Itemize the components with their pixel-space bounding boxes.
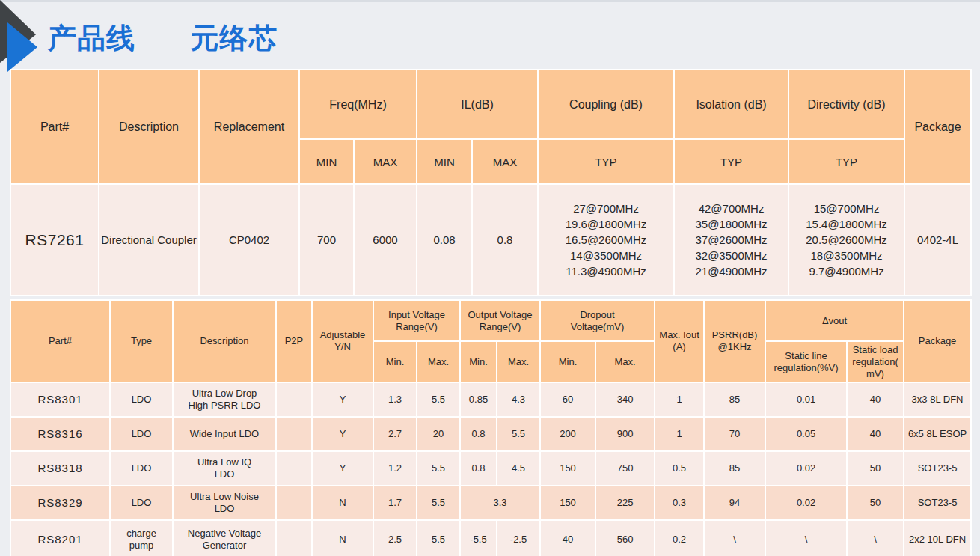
ldo-table-row: RS8318 LDO Ultra Low IQ LDO Y 1.2 5.5 0.… [10, 451, 971, 486]
cell-freq-min: 700 [299, 184, 354, 296]
coupler-table: Part# Description Replacement Freq(MHz) … [10, 69, 972, 296]
subheader-vout-min: Min. [460, 341, 497, 382]
cell-description: Ultra Low IQ LDO [173, 451, 276, 486]
cell-il-min: 0.08 [417, 184, 472, 296]
cell-vout-max: -2.5 [497, 520, 540, 556]
cell-adjustable: N [312, 486, 373, 520]
header-il: IL(dB) [417, 70, 538, 139]
header-package: Package [904, 70, 971, 184]
cell-p2p [276, 451, 312, 486]
cell-vin-min: 1.3 [373, 382, 417, 417]
header-output-voltage-range: Output Voltage Range(V) [460, 300, 540, 341]
cell-psrr: 94 [704, 486, 765, 520]
cell-vout-max: 4.5 [497, 451, 540, 486]
subheader-static-line-regulation: Static line regulation(%V) [765, 341, 847, 382]
cell-il-max: 0.8 [472, 184, 538, 296]
cell-p2p [276, 486, 312, 520]
cell-package: 0402-4L [904, 184, 971, 296]
cell-vin-max: 20 [417, 417, 460, 451]
cell-adjustable: Y [312, 451, 373, 486]
cell-p2p [276, 417, 312, 451]
header-dropout-voltage: Dropout Voltage(mV) [540, 300, 655, 341]
cell-freq-max: 6000 [354, 184, 417, 296]
subheader-freq-min: MIN [299, 139, 354, 184]
cell-max-iout: 1 [655, 417, 704, 451]
header-description: Description [173, 300, 276, 382]
cell-coupling-typ: 27@700MHz 19.6@1800MHz 16.5@2600MHz 14@3… [538, 184, 674, 296]
cell-vin-min: 1.7 [373, 486, 417, 520]
header-isolation: Isolation (dB) [674, 70, 788, 139]
subheader-il-min: MIN [417, 139, 472, 184]
cell-adjustable: N [312, 520, 373, 556]
cell-vin-max: 5.5 [417, 486, 460, 520]
cell-vin-min: 1.2 [373, 451, 417, 486]
cell-static-load-regulation: \ [847, 520, 904, 556]
cell-part-number: RS8329 [10, 486, 110, 520]
cell-max-iout: 0.5 [655, 451, 704, 486]
header-replacement: Replacement [199, 70, 299, 184]
header-package: Package [904, 300, 971, 382]
cell-dropout-min: 60 [540, 382, 595, 417]
cell-type: LDO [110, 451, 173, 486]
slide: 产品线 元络芯 Part# Description Replacement Fr… [0, 0, 980, 556]
subheader-il-max: MAX [472, 139, 538, 184]
cell-vout-min: 0.85 [460, 382, 497, 417]
cell-vin-max: 5.5 [417, 382, 460, 417]
header-delta-vout: Δvout [765, 300, 904, 341]
header-directivity: Directivity (dB) [788, 70, 904, 139]
cell-package: 2x2 10L DFN [904, 520, 971, 556]
cell-static-load-regulation: 50 [847, 486, 904, 520]
cell-psrr: \ [704, 520, 765, 556]
cell-directivity-typ: 15@700MHz 15.4@1800MHz 20.5@2600MHz 18@3… [788, 184, 904, 296]
cell-vin-min: 2.7 [373, 417, 417, 451]
header-psrr: PSRR(dB) @1KHz [704, 300, 765, 382]
header-input-voltage-range: Input Voltage Range(V) [373, 300, 460, 341]
cell-static-load-regulation: 40 [847, 382, 904, 417]
top-accent-line [0, 0, 980, 2]
cell-static-line-regulation: \ [765, 520, 847, 556]
cell-max-iout: 1 [655, 382, 704, 417]
cell-p2p [276, 382, 312, 417]
ldo-table-row: RS8316 LDO Wide Input LDO Y 2.7 20 0.8 5… [10, 417, 971, 451]
cell-package: SOT23-5 [904, 451, 971, 486]
cell-psrr: 85 [704, 382, 765, 417]
cell-vout-min: -5.5 [460, 520, 497, 556]
cell-replacement: CP0402 [199, 184, 299, 296]
page-title: 产品线 元络芯 [48, 19, 278, 58]
title-product-line: 产品线 [48, 22, 135, 54]
subheader-isolation-typ: TYP [674, 139, 788, 184]
cell-type: LDO [110, 486, 173, 520]
cell-dropout-max: 750 [595, 451, 655, 486]
cell-type: LDO [110, 382, 173, 417]
cell-package: SOT23-5 [904, 486, 971, 520]
header-part-number: Part# [10, 300, 110, 382]
cell-static-line-regulation: 0.01 [765, 382, 847, 417]
subheader-static-load-regulation: Static load regulation(mV) [847, 341, 904, 382]
cell-max-iout: 0.2 [655, 520, 704, 556]
cell-description: Ultra Low Drop High PSRR LDO [173, 382, 276, 417]
cell-vin-min: 2.5 [373, 520, 417, 556]
cell-package: 3x3 8L DFN [904, 382, 971, 417]
cell-part-number: RS8201 [10, 520, 110, 556]
header-part-number: Part# [10, 70, 99, 184]
cell-dropout-max: 900 [595, 417, 655, 451]
subheader-directivity-typ: TYP [788, 139, 904, 184]
cell-static-load-regulation: 40 [847, 417, 904, 451]
cell-vout-min: 0.8 [460, 417, 497, 451]
header-coupling: Coupling (dB) [538, 70, 674, 139]
subheader-freq-max: MAX [354, 139, 417, 184]
cell-dropout-max: 225 [595, 486, 655, 520]
cell-vout-max: 5.5 [497, 417, 540, 451]
cell-p2p [276, 520, 312, 556]
subheader-vout-max: Max. [497, 341, 540, 382]
cell-part-number: RS8301 [10, 382, 110, 417]
cell-dropout-min: 150 [540, 486, 595, 520]
header-p2p: P2P [276, 300, 312, 382]
subheader-dropout-max: Max. [595, 341, 655, 382]
subheader-coupling-typ: TYP [538, 139, 674, 184]
header-max-iout: Max. Iout (A) [655, 300, 704, 382]
cell-psrr: 70 [704, 417, 765, 451]
ldo-table-row: RS8329 LDO Ultra Low Noise LDO N 1.7 5.5… [10, 486, 971, 520]
subheader-vin-min: Min. [373, 341, 417, 382]
cell-static-line-regulation: 0.02 [765, 486, 847, 520]
